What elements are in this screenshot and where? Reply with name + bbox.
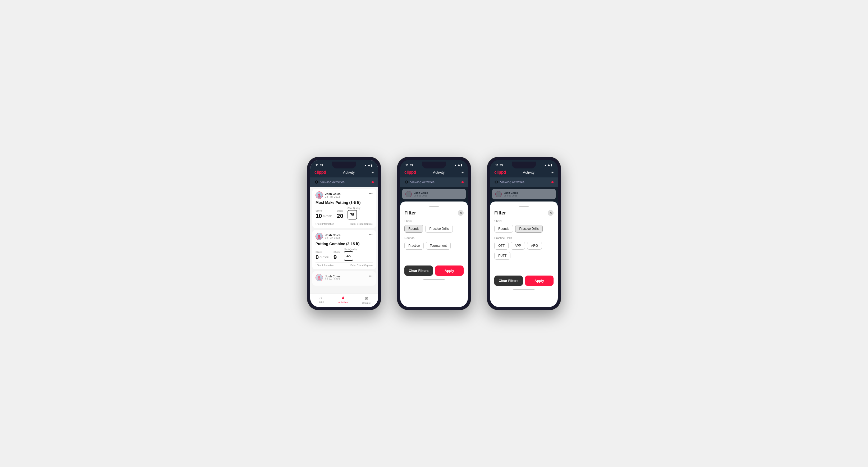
dots-menu-2[interactable]: ••• bbox=[369, 233, 373, 237]
stats-row-2: Score 0 OUT OF Shots 9 Shot Quality bbox=[315, 248, 373, 261]
hamburger-menu-1[interactable]: ≡ bbox=[372, 170, 374, 175]
battery-3: ▮ bbox=[551, 164, 553, 167]
viewing-bar-2[interactable]: ⚙ Viewing Activities bbox=[400, 178, 468, 187]
nav-home-1[interactable]: ⌂ Home bbox=[317, 295, 324, 304]
sq-stat-1: Shot Quality 75 bbox=[347, 207, 361, 219]
logo-2: clippd bbox=[404, 170, 416, 175]
shots-value-2: 9 bbox=[334, 254, 337, 260]
filter-actions-3: Clear Filters Apply bbox=[494, 276, 554, 286]
wifi-2: ◈ bbox=[458, 164, 460, 167]
show-label-3: Show bbox=[494, 219, 554, 223]
rounds-buttons-2: Practice Tournament bbox=[404, 242, 464, 250]
tournament-btn-2[interactable]: Tournament bbox=[426, 242, 451, 250]
sq-badge-2: 45 bbox=[344, 251, 353, 261]
logo-3: clippd bbox=[494, 170, 506, 175]
shots-stat-1: Shots 20 bbox=[337, 210, 343, 219]
filter-handle-3 bbox=[519, 206, 529, 207]
close-button-2[interactable]: ✕ bbox=[458, 210, 464, 216]
battery-icon: ▮ bbox=[371, 164, 373, 167]
dots-menu-1[interactable]: ••• bbox=[369, 191, 373, 196]
bg-card-2: Josh Coles 28 Feb 2023 bbox=[400, 187, 468, 201]
info-icon-1: ℹ bbox=[315, 223, 316, 225]
avatar-inner-1 bbox=[316, 192, 323, 198]
arg-btn-3[interactable]: ARG bbox=[527, 242, 542, 250]
viewing-bar-text-3: Viewing Activities bbox=[500, 180, 524, 184]
app-btn-3[interactable]: APP bbox=[511, 242, 525, 250]
activity-card-2: Josh Coles 28 Feb 2023 ••• Putting Combi… bbox=[312, 230, 376, 269]
footer-left-1: ℹ Test Information bbox=[315, 223, 334, 225]
activity-title-1: Must Make Putting (3-6 ft) bbox=[315, 200, 373, 205]
ott-btn-3[interactable]: OTT bbox=[494, 242, 508, 250]
bg-card-3: Josh Coles 28 Feb 2023 bbox=[490, 187, 558, 201]
hamburger-2[interactable]: ≡ bbox=[462, 170, 464, 175]
filter-modal-2: Filter ✕ Show Rounds Practice Drills Rou… bbox=[400, 201, 468, 307]
avatar-svg-2 bbox=[317, 234, 321, 239]
viewing-bar-1[interactable]: ⚙ Viewing Activities bbox=[310, 178, 378, 187]
filter-actions-2: Clear Filters Apply bbox=[404, 266, 464, 276]
sq-label-2: Shot Quality bbox=[344, 248, 357, 251]
shots-value-1: 20 bbox=[337, 213, 343, 219]
nav-capture-1[interactable]: ⊕ Capture bbox=[362, 295, 371, 304]
filter-handle-2 bbox=[429, 206, 439, 207]
home-icon-1: ⌂ bbox=[319, 295, 322, 300]
svg-point-3 bbox=[318, 237, 321, 239]
avatar-svg-1 bbox=[317, 193, 321, 197]
phone-3-screen: 11:33 ▲ ◈ ▮ clippd Activity ≡ ⚙ Viewing … bbox=[490, 160, 558, 307]
card-footer-2: ℹ Test Information Data: Clippd Capture bbox=[315, 262, 373, 267]
score-group-2: 0 OUT OF bbox=[315, 254, 329, 261]
user-details-3: Josh Coles 28 Feb 2023 bbox=[325, 275, 341, 281]
score-value-1: 10 bbox=[315, 213, 322, 219]
dots-menu-3[interactable]: ••• bbox=[369, 274, 373, 278]
drills-buttons-3: OTT APP ARG PUTT bbox=[494, 242, 554, 260]
nav-activities-1[interactable]: ♟ Activities bbox=[338, 295, 348, 304]
header-title-2: Activity bbox=[433, 170, 444, 175]
close-button-3[interactable]: ✕ bbox=[548, 210, 554, 216]
practice-round-btn-2[interactable]: Practice bbox=[404, 242, 424, 250]
wifi-icon: ◈ bbox=[368, 164, 370, 167]
status-icons-3: ▲ ◈ ▮ bbox=[544, 164, 553, 167]
activity-title-2: Putting Combine (3-15 ft) bbox=[315, 242, 373, 246]
rounds-label-2: Rounds bbox=[404, 237, 464, 240]
header-title-1: Activity bbox=[343, 170, 355, 175]
filter-title-2: Filter bbox=[404, 210, 416, 216]
putt-btn-3[interactable]: PUTT bbox=[494, 252, 510, 260]
stats-row-1: Score 10 OUT OF Shots 20 Shot Quality bbox=[315, 207, 373, 219]
phone-2: 11:33 ▲ ◈ ▮ clippd Activity ≡ ⚙ Viewing … bbox=[397, 157, 471, 310]
hamburger-3[interactable]: ≡ bbox=[551, 170, 554, 175]
score-label-1: Score bbox=[315, 210, 333, 212]
clear-filters-btn-3[interactable]: Clear Filters bbox=[494, 276, 523, 286]
filter-header-3: Filter ✕ bbox=[494, 210, 554, 216]
card-header-3: Josh Coles 28 Feb 2023 ••• bbox=[315, 274, 373, 281]
apply-btn-3[interactable]: Apply bbox=[525, 276, 554, 286]
user-info-2: Josh Coles 28 Feb 2023 bbox=[315, 233, 341, 240]
red-dot-1 bbox=[372, 181, 374, 183]
user-name-1: Josh Coles bbox=[325, 192, 341, 195]
app-header-3: clippd Activity ≡ bbox=[490, 168, 558, 178]
activities-icon-1: ♟ bbox=[341, 295, 345, 301]
apply-btn-2[interactable]: Apply bbox=[435, 266, 464, 276]
red-dot-3 bbox=[551, 181, 554, 183]
avatar-inner-2 bbox=[316, 233, 323, 240]
practice-drills-btn-2[interactable]: Practice Drills bbox=[425, 225, 453, 233]
sq-badge-1: 75 bbox=[347, 210, 357, 219]
filter-icon-2: ⚙ bbox=[404, 180, 408, 185]
show-label-2: Show bbox=[404, 219, 464, 223]
viewing-bar-3[interactable]: ⚙ Viewing Activities bbox=[490, 178, 558, 187]
rounds-btn-3[interactable]: Rounds bbox=[494, 225, 513, 233]
avatar-3 bbox=[315, 274, 323, 281]
signal-2: ▲ bbox=[454, 164, 457, 167]
screen-content-1: Josh Coles 28 Feb 2023 ••• Must Make Put… bbox=[310, 187, 378, 293]
footer-right-2: Data: Clippd Capture bbox=[350, 264, 373, 267]
practice-drills-btn-3[interactable]: Practice Drills bbox=[515, 225, 542, 233]
card-header-1: Josh Coles 28 Feb 2023 ••• bbox=[315, 191, 373, 199]
svg-point-5 bbox=[318, 278, 321, 280]
wifi-3: ◈ bbox=[548, 164, 550, 167]
clear-filters-btn-2[interactable]: Clear Filters bbox=[404, 266, 433, 276]
time-3: 11:33 bbox=[495, 164, 503, 167]
show-buttons-2: Rounds Practice Drills bbox=[404, 225, 464, 233]
out-of-1: OUT OF bbox=[323, 215, 332, 217]
rounds-btn-2[interactable]: Rounds bbox=[404, 225, 423, 233]
avatar-inner-3 bbox=[316, 274, 323, 281]
signal-icon: ▲ bbox=[364, 164, 367, 167]
svg-point-2 bbox=[318, 235, 320, 237]
